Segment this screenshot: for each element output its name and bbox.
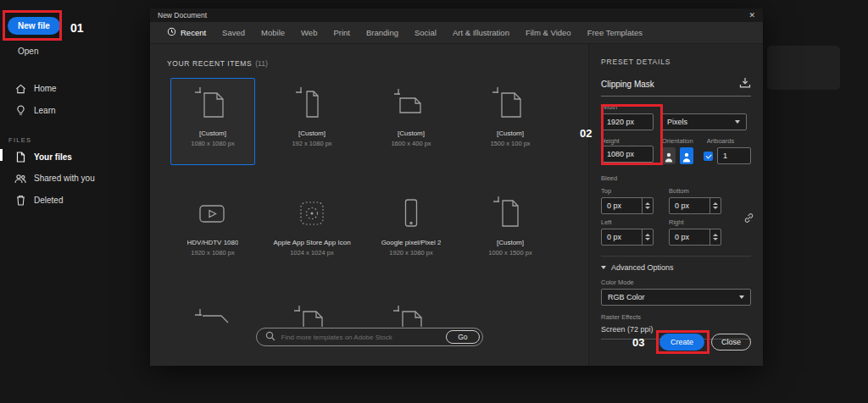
template-size: 1080 x 1080 px (191, 140, 234, 147)
sidebar-item-shared[interactable]: Shared with you (0, 168, 149, 189)
annotation-step3-number: 03 (632, 336, 644, 349)
people-icon (14, 174, 26, 184)
orientation-landscape-button[interactable] (680, 147, 693, 164)
tab-label: Print (333, 28, 350, 37)
advanced-options-label: Advanced Options (611, 263, 674, 272)
tab-social[interactable]: Social (415, 28, 437, 37)
template-name: Apple App Store App Icon (273, 239, 350, 246)
preset-name-field[interactable]: Clipping Mask (601, 76, 751, 97)
tab-branding[interactable]: Branding (366, 28, 398, 37)
bleed-left-value: 0 px (602, 229, 642, 245)
clock-icon (167, 27, 176, 38)
template-card-partial[interactable] (270, 296, 354, 327)
bleed-bottom-stepper[interactable]: 0 px (669, 197, 721, 214)
template-grid: [Custom] 1080 x 1080 px [Custom] 192 x 1… (170, 78, 553, 327)
color-mode-label: Color Mode (601, 279, 751, 286)
tab-print[interactable]: Print (333, 28, 350, 37)
stepper-arrows-icon[interactable] (642, 198, 653, 213)
tab-label: Branding (366, 28, 398, 37)
template-card-custom-1500[interactable]: [Custom] 1500 x 100 px (468, 78, 553, 165)
bleed-right-label: Right (669, 218, 721, 226)
document-page-icon (193, 86, 232, 124)
template-card-partial[interactable] (170, 296, 255, 327)
template-card-custom-1600[interactable]: [Custom] 1600 x 400 px (369, 78, 453, 165)
go-button[interactable]: Go (446, 330, 479, 344)
template-search-bar[interactable]: Go (256, 328, 483, 346)
template-card-hdv[interactable]: HDV/HDTV 1080 1920 x 1080 px (170, 187, 255, 274)
stepper-arrows-icon[interactable] (642, 229, 653, 245)
bleed-link-icon[interactable] (743, 212, 754, 227)
open-button[interactable]: Open (18, 47, 38, 56)
search-icon (265, 329, 275, 345)
template-card-app-store[interactable]: Apple App Store App Icon 1024 x 1024 px (270, 187, 354, 274)
close-button[interactable]: Close (711, 334, 751, 351)
annotation-step2-number: 02 (580, 127, 592, 140)
bleed-bottom-value: 0 px (670, 198, 709, 213)
trash-icon (14, 195, 26, 206)
document-page-icon (292, 304, 331, 327)
portrait-person-icon (665, 152, 673, 163)
document-page-icon (491, 86, 530, 124)
tab-recent[interactable]: Recent (167, 27, 206, 38)
sidebar-item-deleted[interactable]: Deleted (0, 189, 149, 211)
recent-items-count: (11) (255, 59, 268, 68)
bleed-left-stepper[interactable]: 0 px (601, 229, 654, 246)
artboards-input[interactable] (717, 147, 751, 164)
color-mode-select[interactable]: RGB Color (601, 289, 751, 306)
bleed-right-stepper[interactable]: 0 px (669, 229, 721, 246)
sidebar-item-label: Learn (34, 106, 56, 115)
app-sidebar: New file Open Home Learn FILES Your file… (0, 0, 149, 403)
sidebar-item-your-files[interactable]: Your files (0, 146, 149, 168)
section-divider (601, 256, 751, 257)
recent-items-title: YOUR RECENT ITEMS (167, 59, 252, 68)
dialog-close-icon[interactable]: ✕ (748, 11, 755, 19)
dialog-content: YOUR RECENT ITEMS(11) [Custom] 1080 x 10… (150, 44, 763, 366)
advanced-options-toggle[interactable]: Advanced Options (601, 263, 751, 272)
template-name: HDV/HDTV 1080 (187, 239, 239, 246)
sidebar-item-label: Home (34, 84, 57, 93)
document-icon (14, 152, 26, 163)
artboards-label: Artboards (707, 137, 735, 145)
orientation-portrait-button[interactable] (662, 147, 676, 164)
tab-saved[interactable]: Saved (222, 28, 245, 37)
sidebar-item-learn[interactable]: Learn (0, 99, 149, 121)
tab-free-templates[interactable]: Free Templates (587, 28, 643, 37)
document-page-icon (491, 195, 530, 234)
sidebar-item-label: Your files (34, 152, 72, 162)
template-card-custom-192[interactable]: [Custom] 192 x 1080 px (270, 78, 354, 165)
tab-web[interactable]: Web (301, 28, 317, 37)
dialog-titlebar: New Document ✕ (150, 8, 763, 22)
search-input[interactable] (281, 334, 441, 341)
raster-effects-label: Raster Effects (601, 313, 751, 321)
tab-film-video[interactable]: Film & Video (526, 28, 571, 37)
download-preset-icon[interactable] (739, 76, 751, 91)
template-name: [Custom] (497, 239, 524, 246)
units-select[interactable]: Pixels (660, 113, 747, 130)
tab-mobile[interactable]: Mobile (261, 28, 285, 37)
template-name: [Custom] (298, 130, 326, 137)
template-name: [Custom] (398, 130, 425, 137)
template-size: 1920 x 1080 px (191, 249, 234, 257)
chevron-down-icon (735, 120, 740, 124)
stepper-arrows-icon[interactable] (709, 229, 721, 245)
template-size: 1024 x 1024 px (290, 249, 333, 257)
bleed-label: Bleed (601, 174, 751, 182)
template-card-custom-1080[interactable]: [Custom] 1080 x 1080 px (170, 78, 255, 165)
artboards-checkbox[interactable] (704, 152, 713, 161)
tab-art-illustration[interactable]: Art & Illustration (453, 28, 509, 37)
template-card-pixel[interactable]: Google pixel/Pixel 2 1920 x 1080 px (369, 187, 453, 274)
tab-label: Film & Video (526, 28, 571, 37)
stepper-arrows-icon[interactable] (709, 198, 721, 213)
background-panel (767, 46, 840, 90)
template-name: [Custom] (199, 130, 226, 137)
video-play-icon (193, 195, 232, 234)
template-card-custom-1000[interactable]: [Custom] 1000 x 1500 px (468, 187, 553, 274)
bleed-grid: Top Bottom 0 px 0 px Left Right 0 px 0 p (601, 182, 751, 246)
sidebar-item-home[interactable]: Home (0, 78, 149, 99)
template-card-partial[interactable] (369, 296, 453, 327)
template-size: 192 x 1080 px (292, 140, 331, 147)
template-size: 1000 x 1500 px (488, 249, 531, 257)
bleed-top-stepper[interactable]: 0 px (601, 197, 654, 214)
annotation-step1-number: 01 (70, 21, 84, 35)
bleed-top-value: 0 px (602, 198, 642, 213)
